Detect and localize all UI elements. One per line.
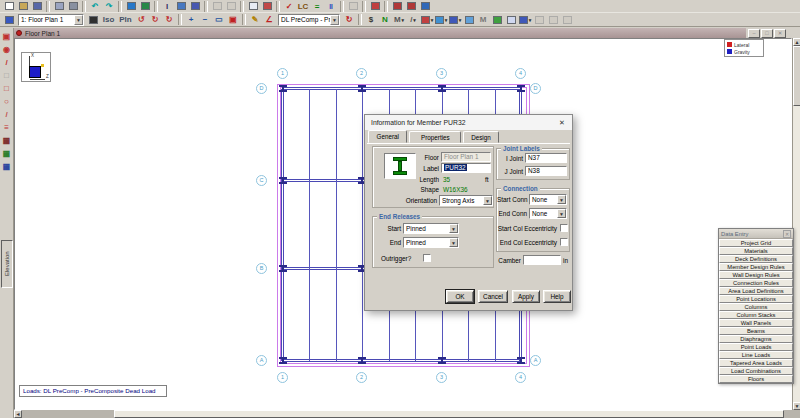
chevron-down-icon[interactable]: ▾ — [431, 17, 434, 23]
i-joint-field[interactable]: N37 — [525, 153, 567, 163]
report-icon[interactable] — [369, 0, 382, 12]
zoom-in-icon[interactable]: + — [185, 14, 198, 26]
view-settings-icon[interactable] — [3, 14, 16, 26]
chevron-down-icon[interactable]: ▼ — [74, 15, 83, 25]
start-release-select[interactable]: Pinned▼ — [403, 223, 459, 234]
rotate-spin-icon[interactable]: ↻ — [163, 14, 176, 26]
data-entry-close-icon[interactable]: ✕ — [783, 230, 791, 238]
label-field[interactable]: PUR32 — [441, 163, 491, 173]
column-tool-icon[interactable]: I — [161, 0, 174, 12]
data-entry-button-area-load-definitions[interactable]: Area Load Definitions — [719, 287, 793, 295]
render-icon[interactable] — [87, 14, 100, 26]
undo-icon[interactable]: ↶ — [89, 0, 102, 12]
view-window-icon[interactable]: ▣ — [1, 31, 13, 42]
report3-icon[interactable] — [405, 0, 418, 12]
data-entry-button-tapered-area-loads[interactable]: Tapered Area Loads — [719, 359, 793, 367]
orientation-select[interactable]: Strong Axis▼ — [439, 195, 493, 206]
hscroll-thumb[interactable] — [114, 410, 784, 418]
data-entry-button-materials[interactable]: Materials — [719, 247, 793, 255]
rotate-right-icon[interactable]: ↻ — [149, 14, 162, 26]
grid-red-icon[interactable]: ▦ — [1, 135, 13, 146]
pencil-icon[interactable]: ✎ — [249, 14, 262, 26]
frame-tool-icon[interactable]: □ — [1, 70, 13, 81]
dollar-icon[interactable]: $ — [365, 14, 378, 26]
m-tool-icon[interactable]: M▾ — [393, 14, 406, 26]
panel-tool-icon[interactable]: ▾ — [449, 14, 462, 26]
zoom-window-icon[interactable]: ▭ — [213, 14, 226, 26]
plan-view-button[interactable]: Pln — [118, 14, 134, 26]
help-button[interactable]: Help — [543, 290, 571, 303]
data-entry-button-wall-design-rules[interactable]: Wall Design Rules — [719, 271, 793, 279]
circle-tool-icon[interactable]: ○ — [1, 96, 13, 107]
ok-button[interactable]: OK — [446, 290, 474, 303]
new-window-icon[interactable] — [175, 0, 188, 12]
data-entry-button-load-combinations[interactable]: Load Combinations — [719, 367, 793, 375]
tab-design[interactable]: Design — [463, 131, 498, 143]
chevron-down-icon[interactable]: ▾ — [529, 17, 532, 23]
web-globe-icon[interactable] — [419, 0, 432, 12]
end-ecc-checkbox[interactable] — [560, 238, 568, 246]
data-entry-button-point-locations[interactable]: Point Locations — [719, 295, 793, 303]
restore-button[interactable]: □ — [761, 29, 773, 38]
zoom-extents-icon[interactable]: ▣ — [227, 14, 240, 26]
grid-green-icon[interactable]: ▦ — [1, 148, 13, 159]
end-release-select[interactable]: Pinned▼ — [403, 237, 459, 248]
chevron-down-icon[interactable]: ▼ — [483, 196, 492, 205]
data-entry-button-line-loads[interactable]: Line Loads — [719, 351, 793, 359]
data-entry-button-floors[interactable]: Floors — [719, 375, 793, 383]
report2-icon[interactable] — [391, 0, 404, 12]
start-conn-select[interactable]: None▼ — [529, 194, 567, 205]
globe-icon[interactable] — [125, 0, 138, 12]
line-tool-icon[interactable]: /▾ — [407, 14, 420, 26]
save-view-icon[interactable] — [189, 0, 202, 12]
chevron-down-icon[interactable]: ▼ — [449, 238, 458, 247]
data-entry-button-member-design-rules[interactable]: Member Design Rules — [719, 263, 793, 271]
data-entry-button-wall-panels[interactable]: Wall Panels — [719, 319, 793, 327]
apply-button[interactable]: Apply — [512, 290, 540, 303]
scroll-up-icon[interactable]: ▲ — [793, 38, 800, 46]
chevron-down-icon[interactable]: ▼ — [449, 224, 458, 233]
tab-general[interactable]: General — [368, 130, 407, 143]
copy-icon[interactable] — [53, 0, 66, 12]
horizontal-scrollbar[interactable]: ◄ — [14, 410, 800, 418]
lock-icon[interactable]: ▦ — [1, 161, 13, 172]
data-entry-button-project-grid[interactable]: Project Grid — [719, 239, 793, 247]
new-file-icon[interactable] — [3, 0, 16, 12]
data-entry-button-deck-definitions[interactable]: Deck Definitions — [719, 255, 793, 263]
outrigger-checkbox[interactable] — [423, 254, 431, 262]
chevron-down-icon[interactable]: ▾ — [413, 17, 416, 23]
pen-tool-icon[interactable]: / — [1, 109, 13, 120]
data-entry-button-diaphragms[interactable]: Diaphragms — [719, 335, 793, 343]
image-tool-icon[interactable] — [491, 14, 504, 26]
angle-icon[interactable]: ∠ — [263, 14, 276, 26]
pause-icon[interactable]: ‖ — [325, 0, 338, 12]
redo-icon[interactable]: ↷ — [103, 0, 116, 12]
print-icon[interactable] — [67, 0, 80, 12]
cancel-button[interactable]: Cancel — [478, 290, 508, 303]
vscroll-thumb[interactable] — [793, 46, 800, 106]
target-icon[interactable]: ◉ — [1, 44, 13, 55]
end-conn-select[interactable]: None▼ — [529, 208, 567, 219]
data-entry-button-beams[interactable]: Beams — [719, 327, 793, 335]
data-entry-button-column-stacks[interactable]: Column Stacks — [719, 311, 793, 319]
chevron-down-icon[interactable]: ▼ — [557, 195, 566, 204]
check-icon[interactable]: ✓ — [283, 0, 296, 12]
box-tool-icon[interactable]: □ — [1, 83, 13, 94]
mm-tool-icon[interactable]: M — [477, 14, 490, 26]
open-folder-icon[interactable] — [17, 0, 30, 12]
chevron-down-icon[interactable]: ▾ — [459, 17, 462, 23]
oval-tool-icon[interactable] — [505, 14, 518, 26]
data-entry-button-point-loads[interactable]: Point Loads — [719, 343, 793, 351]
scroll-left-icon[interactable]: ◄ — [14, 410, 22, 418]
chevron-down-icon[interactable]: ▼ — [330, 15, 339, 25]
deck-tool-icon[interactable]: ▾ — [435, 14, 448, 26]
table-view-icon[interactable] — [261, 0, 274, 12]
beam-tool-icon[interactable]: ▾ — [421, 14, 434, 26]
tab-properties[interactable]: Properties — [409, 131, 461, 143]
load-case-select[interactable]: DL PreComp - Pr▼ — [278, 14, 340, 26]
grid-view-icon[interactable] — [247, 0, 260, 12]
members-icon[interactable] — [139, 0, 152, 12]
minimize-button[interactable]: – — [748, 29, 760, 38]
save-icon[interactable] — [31, 0, 44, 12]
start-ecc-checkbox[interactable] — [560, 224, 568, 232]
